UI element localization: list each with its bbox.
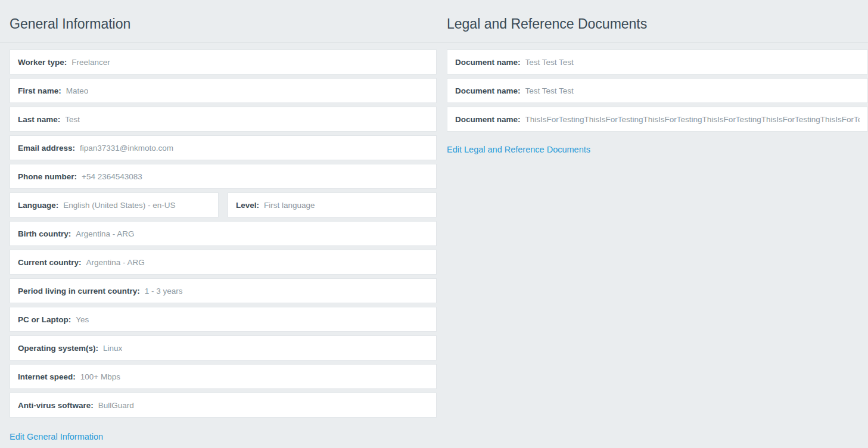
field-row-first-name: First name: Mateo [10, 78, 437, 103]
field-row-phone: Phone number: +54 2364543083 [10, 164, 437, 189]
document-row: Document name: Test Test Test [447, 78, 868, 103]
document-name: Test Test Test [525, 86, 574, 95]
field-value: Linux [103, 344, 122, 353]
field-value: 1 - 3 years [145, 287, 183, 295]
document-label: Document name: [455, 86, 521, 95]
field-value: Argentina - ARG [86, 258, 145, 267]
document-name: ThisIsForTestingThisIsForTestingThisIsFo… [525, 115, 860, 124]
general-information-section: Worker type: Freelancer First name: Mate… [10, 49, 437, 442]
field-value: Mateo [66, 86, 89, 95]
field-row-level: Level: First language [228, 192, 437, 217]
field-row-antivirus: Anti-virus software: BullGuard [10, 393, 437, 418]
field-value: Yes [76, 315, 89, 324]
field-label: Anti-virus software: [18, 401, 94, 410]
field-value: Freelancer [71, 58, 110, 67]
field-value: +54 2364543083 [82, 172, 142, 181]
document-label: Document name: [455, 115, 521, 124]
language-level-row: Language: English (United States) - en-U… [10, 192, 437, 217]
document-name: Test Test Test [525, 58, 574, 67]
field-label: Current country: [18, 258, 82, 267]
field-row-current-country: Current country: Argentina - ARG [10, 250, 437, 275]
field-row-birth-country: Birth country: Argentina - ARG [10, 221, 437, 246]
field-value: Argentina - ARG [76, 229, 134, 238]
field-value: 100+ Mbps [80, 372, 120, 381]
field-label: Level: [236, 201, 259, 210]
field-label: Internet speed: [18, 372, 76, 381]
field-label: PC or Laptop: [18, 315, 71, 324]
document-label: Document name: [455, 58, 521, 67]
document-row: Document name: ThisIsForTestingThisIsFor… [447, 107, 868, 132]
field-row-email: Email address: fipan37331@inkmoto.com [10, 135, 437, 160]
field-value: Test [65, 115, 80, 124]
field-value: First language [264, 201, 315, 210]
profile-page: General Information Legal and Reference … [0, 0, 868, 442]
field-row-language: Language: English (United States) - en-U… [10, 192, 219, 217]
field-value: BullGuard [98, 401, 134, 410]
field-label: First name: [18, 86, 61, 95]
field-row-operating-system: Operating system(s): Linux [10, 335, 437, 360]
field-label: Language: [18, 201, 58, 210]
section-headers: General Information Legal and Reference … [0, 0, 868, 43]
field-label: Phone number: [18, 172, 77, 181]
field-label: Worker type: [18, 58, 67, 67]
edit-general-information-link[interactable]: Edit General Information [10, 432, 103, 441]
field-label: Last name: [18, 115, 60, 124]
general-information-title: General Information [10, 15, 437, 32]
edit-legal-documents-link[interactable]: Edit Legal and Reference Documents [447, 145, 590, 154]
field-label: Birth country: [18, 229, 71, 238]
field-label: Email address: [18, 144, 75, 153]
field-row-last-name: Last name: Test [10, 107, 437, 132]
field-value: fipan37331@inkmoto.com [80, 144, 173, 153]
field-row-worker-type: Worker type: Freelancer [10, 49, 437, 74]
field-row-period-living: Period living in current country: 1 - 3 … [10, 278, 437, 303]
field-label: Period living in current country: [18, 287, 140, 295]
field-row-internet-speed: Internet speed: 100+ Mbps [10, 364, 437, 389]
legal-documents-title: Legal and Reference Documents [447, 15, 868, 32]
field-label: Operating system(s): [18, 344, 98, 353]
legal-documents-section: Document name: Test Test Test Document n… [447, 49, 868, 442]
document-row: Document name: Test Test Test [447, 49, 868, 74]
field-value: English (United States) - en-US [63, 201, 175, 210]
field-row-pc-or-laptop: PC or Laptop: Yes [10, 307, 437, 332]
